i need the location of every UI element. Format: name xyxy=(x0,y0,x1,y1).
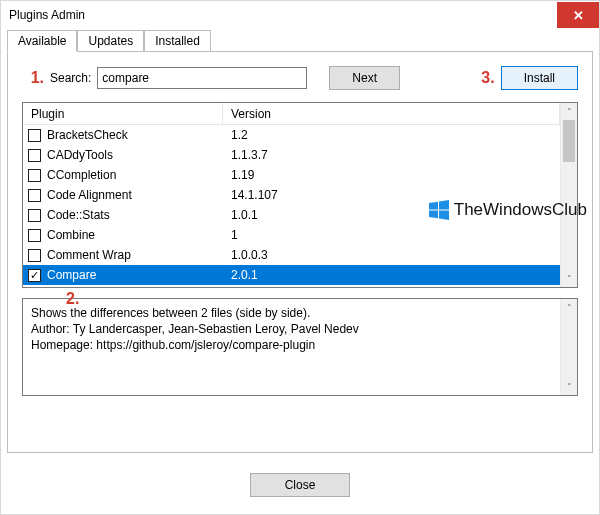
table-row[interactable]: Combine1 xyxy=(23,225,560,245)
install-button[interactable]: Install xyxy=(501,66,578,90)
scrollbar-vertical[interactable]: ˄ ˅ xyxy=(560,103,577,287)
details-scroll-up-button[interactable]: ˄ xyxy=(561,299,577,316)
plugin-version-cell: 1 xyxy=(223,228,560,242)
plugin-name-cell: Compare xyxy=(45,268,223,282)
tabstrip: Available Updates Installed xyxy=(1,29,599,51)
plugin-name-cell: CCompletion xyxy=(45,168,223,182)
close-icon: ✕ xyxy=(573,8,584,23)
scroll-thumb[interactable] xyxy=(563,120,575,162)
callout-1: 1. xyxy=(22,69,44,87)
scroll-down-button[interactable]: ˅ xyxy=(561,270,577,287)
plugin-list-body: Plugin Version BracketsCheck1.2CADdyTool… xyxy=(23,103,560,287)
table-row[interactable]: Code Alignment14.1.107 xyxy=(23,185,560,205)
plugin-name-cell: Code Alignment xyxy=(45,188,223,202)
titlebar: Plugins Admin ✕ xyxy=(1,1,599,29)
plugin-version-cell: 1.19 xyxy=(223,168,560,182)
plugin-checkbox[interactable] xyxy=(28,269,41,282)
next-button[interactable]: Next xyxy=(329,66,400,90)
tab-updates[interactable]: Updates xyxy=(77,30,144,52)
plugin-list: Plugin Version BracketsCheck1.2CADdyTool… xyxy=(22,102,578,288)
column-header-version-label: Version xyxy=(231,107,271,121)
plugin-version-cell: 1.0.1 xyxy=(223,208,560,222)
table-row[interactable]: CADdyTools1.1.3.7 xyxy=(23,145,560,165)
plugin-checkbox[interactable] xyxy=(28,189,41,202)
tab-available-label: Available xyxy=(18,34,66,48)
callout-3: 3. xyxy=(481,69,494,87)
search-row: 1. Search: Next 3. Install xyxy=(22,66,578,90)
plugin-checkbox[interactable] xyxy=(28,149,41,162)
scroll-track[interactable] xyxy=(561,120,577,270)
checkbox-cell xyxy=(23,209,45,222)
plugin-checkbox[interactable] xyxy=(28,209,41,222)
plugin-checkbox[interactable] xyxy=(28,169,41,182)
scroll-up-button[interactable]: ˄ xyxy=(561,103,577,120)
plugin-rows: BracketsCheck1.2CADdyTools1.1.3.7CComple… xyxy=(23,125,560,285)
details-scroll-track[interactable] xyxy=(561,316,577,378)
plugin-version-cell: 1.2 xyxy=(223,128,560,142)
checkbox-cell xyxy=(23,149,45,162)
chevron-up-icon: ˄ xyxy=(567,107,572,117)
tab-updates-label: Updates xyxy=(88,34,133,48)
chevron-down-icon: ˅ xyxy=(567,382,572,392)
plugin-checkbox[interactable] xyxy=(28,129,41,142)
close-button[interactable]: Close xyxy=(250,473,351,497)
install-button-label: Install xyxy=(524,71,555,85)
plugin-name-cell: Combine xyxy=(45,228,223,242)
tab-installed[interactable]: Installed xyxy=(144,30,211,52)
next-button-label: Next xyxy=(352,71,377,85)
checkbox-cell xyxy=(23,169,45,182)
plugin-details-text: Shows the differences between 2 files (s… xyxy=(23,299,560,395)
table-row[interactable]: Comment Wrap1.0.0.3 xyxy=(23,245,560,265)
column-header-plugin-label: Plugin xyxy=(31,107,64,121)
plugin-version-cell: 2.0.1 xyxy=(223,268,560,282)
plugin-name-cell: Code::Stats xyxy=(45,208,223,222)
callout-2: 2. xyxy=(66,290,79,308)
plugin-version-cell: 1.0.0.3 xyxy=(223,248,560,262)
search-label: Search: xyxy=(50,71,91,85)
chevron-up-icon: ˄ xyxy=(567,303,572,313)
details-scrollbar[interactable]: ˄ ˅ xyxy=(560,299,577,395)
plugin-details: Shows the differences between 2 files (s… xyxy=(22,298,578,396)
table-row[interactable]: Code::Stats1.0.1 xyxy=(23,205,560,225)
plugins-admin-window: Plugins Admin ✕ Available Updates Instal… xyxy=(0,0,600,515)
plugin-version-cell: 1.1.3.7 xyxy=(223,148,560,162)
chevron-down-icon: ˅ xyxy=(567,274,572,284)
window-close-button[interactable]: ✕ xyxy=(557,2,599,28)
plugin-name-cell: CADdyTools xyxy=(45,148,223,162)
tab-installed-label: Installed xyxy=(155,34,200,48)
close-button-label: Close xyxy=(285,478,316,492)
checkbox-cell xyxy=(23,269,45,282)
search-input[interactable] xyxy=(97,67,307,89)
checkbox-cell xyxy=(23,249,45,262)
tab-panel-available: 1. Search: Next 3. Install Plugin Versio… xyxy=(7,51,593,453)
plugin-checkbox[interactable] xyxy=(28,249,41,262)
checkbox-cell xyxy=(23,189,45,202)
plugin-checkbox[interactable] xyxy=(28,229,41,242)
details-scroll-down-button[interactable]: ˅ xyxy=(561,378,577,395)
plugin-name-cell: Comment Wrap xyxy=(45,248,223,262)
column-header-version[interactable]: Version xyxy=(223,103,560,124)
table-row[interactable]: BracketsCheck1.2 xyxy=(23,125,560,145)
table-row[interactable]: Compare2.0.1 xyxy=(23,265,560,285)
checkbox-cell xyxy=(23,129,45,142)
column-header-plugin[interactable]: Plugin xyxy=(23,103,223,124)
table-row[interactable]: CCompletion1.19 xyxy=(23,165,560,185)
checkbox-cell xyxy=(23,229,45,242)
plugin-name-cell: BracketsCheck xyxy=(45,128,223,142)
tab-available[interactable]: Available xyxy=(7,30,77,52)
plugin-list-header: Plugin Version xyxy=(23,103,560,125)
window-title: Plugins Admin xyxy=(9,8,85,22)
dialog-button-row: Close xyxy=(1,473,599,497)
plugin-version-cell: 14.1.107 xyxy=(223,188,560,202)
